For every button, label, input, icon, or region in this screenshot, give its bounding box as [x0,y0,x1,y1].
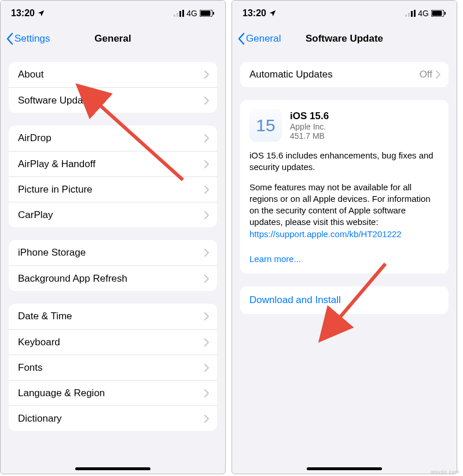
row-label: Keyboard [18,337,204,348]
svg-rect-2 [179,11,181,17]
svg-rect-6 [213,12,214,15]
cellular-signal-icon [174,10,184,17]
network-label: 4G [418,9,429,18]
back-button[interactable]: General [237,32,281,45]
chevron-right-icon [204,389,209,397]
status-time: 13:20 [11,8,35,19]
update-description: iOS 15.6 includes enhancements, bug fixe… [249,150,439,240]
software-update-screen: 13:20 4G General Software Update [232,0,457,474]
chevron-right-icon [204,338,209,346]
svg-rect-1 [177,13,178,17]
row-fonts[interactable]: Fonts [9,355,217,380]
security-link[interactable]: https://support.apple.com/kb/HT201222 [249,229,402,239]
status-bar: 13:20 4G [1,1,225,26]
location-icon [37,9,45,17]
row-label: AirDrop [18,132,204,144]
row-carplay[interactable]: CarPlay [9,202,217,227]
chevron-right-icon [204,71,209,79]
svg-rect-8 [405,14,407,17]
automatic-updates-group: Automatic Updates Off [240,62,449,87]
home-indicator[interactable] [307,467,382,470]
row-label: Software Update [18,95,204,106]
row-keyboard[interactable]: Keyboard [9,329,217,355]
row-label: Background App Refresh [18,273,204,285]
svg-rect-9 [408,13,410,17]
update-content[interactable]: Automatic Updates Off 15 iOS 15.6 Apple … [232,51,457,474]
nav-bar: Settings General [1,26,225,51]
settings-group: iPhone Storage Background App Refresh [9,240,217,291]
row-iphone-storage[interactable]: iPhone Storage [9,240,217,265]
chevron-right-icon [204,364,209,372]
status-time: 13:20 [242,8,266,19]
svg-rect-13 [432,11,442,16]
row-background-app-refresh[interactable]: Background App Refresh [9,265,217,291]
svg-rect-10 [411,11,413,17]
ios-version-icon: 15 [249,109,282,142]
row-label: Date & Time [18,311,204,322]
chevron-right-icon [204,186,209,194]
row-label: Language & Region [18,388,204,399]
row-label: Fonts [18,362,204,374]
row-value: Off [420,69,432,80]
row-label: About [18,69,204,80]
chevron-right-icon [204,160,209,168]
nav-bar: General Software Update [232,26,457,51]
row-label: CarPlay [18,209,204,221]
update-paragraph: iOS 15.6 includes enhancements, bug fixe… [249,150,439,174]
settings-group: About Software Update [9,62,217,113]
svg-rect-5 [201,11,211,16]
settings-list[interactable]: About Software Update AirDrop AirPlay & … [1,51,225,474]
update-vendor: Apple Inc. [290,122,329,131]
row-language-region[interactable]: Language & Region [9,380,217,405]
battery-icon [200,10,215,17]
chevron-right-icon [204,97,209,105]
svg-rect-0 [174,14,175,17]
update-info-card: 15 iOS 15.6 Apple Inc. 451.7 MB iOS 15.6… [240,100,449,274]
cellular-signal-icon [405,10,416,17]
row-about[interactable]: About [9,62,217,87]
svg-rect-11 [414,10,416,17]
general-settings-screen: 13:20 4G Settings General [0,0,226,474]
row-label: iPhone Storage [18,247,204,259]
row-date-time[interactable]: Date & Time [9,304,217,329]
home-indicator[interactable] [75,467,150,470]
network-label: 4G [186,9,197,18]
battery-icon [431,10,446,17]
settings-group: Date & Time Keyboard Fonts Language & Re… [9,304,217,431]
update-size: 451.7 MB [290,131,329,141]
row-software-update[interactable]: Software Update [9,87,217,113]
update-text: Some features may not be available for a… [249,182,431,227]
download-install-button[interactable]: Download and Install [240,286,449,314]
chevron-right-icon [436,71,440,79]
row-label: Picture in Picture [18,184,204,195]
chevron-left-icon [237,32,246,45]
chevron-right-icon [204,249,209,257]
back-button[interactable]: Settings [5,32,50,45]
back-label: General [246,33,281,45]
status-bar: 13:20 4G [232,1,457,26]
location-icon [269,9,277,17]
settings-group: AirDrop AirPlay & Handoff Picture in Pic… [9,126,217,227]
svg-rect-14 [444,12,446,15]
update-name: iOS 15.6 [290,110,329,122]
row-airdrop[interactable]: AirDrop [9,126,217,151]
row-airplay-handoff[interactable]: AirPlay & Handoff [9,151,217,176]
svg-rect-3 [182,10,184,17]
row-label: Automatic Updates [249,69,420,80]
chevron-left-icon [5,32,14,45]
row-label: AirPlay & Handoff [18,158,204,170]
chevron-right-icon [204,415,209,423]
watermark: wsvdo com [431,469,460,475]
row-dictionary[interactable]: Dictionary [9,405,217,431]
chevron-right-icon [204,275,209,283]
update-paragraph: Some features may not be available for a… [249,182,439,240]
back-label: Settings [14,33,50,45]
learn-more-link[interactable]: Learn more... [249,254,301,264]
chevron-right-icon [204,134,209,142]
chevron-right-icon [204,211,209,219]
row-automatic-updates[interactable]: Automatic Updates Off [240,62,449,87]
row-picture-in-picture[interactable]: Picture in Picture [9,176,217,202]
chevron-right-icon [204,312,209,320]
row-label: Dictionary [18,413,204,425]
